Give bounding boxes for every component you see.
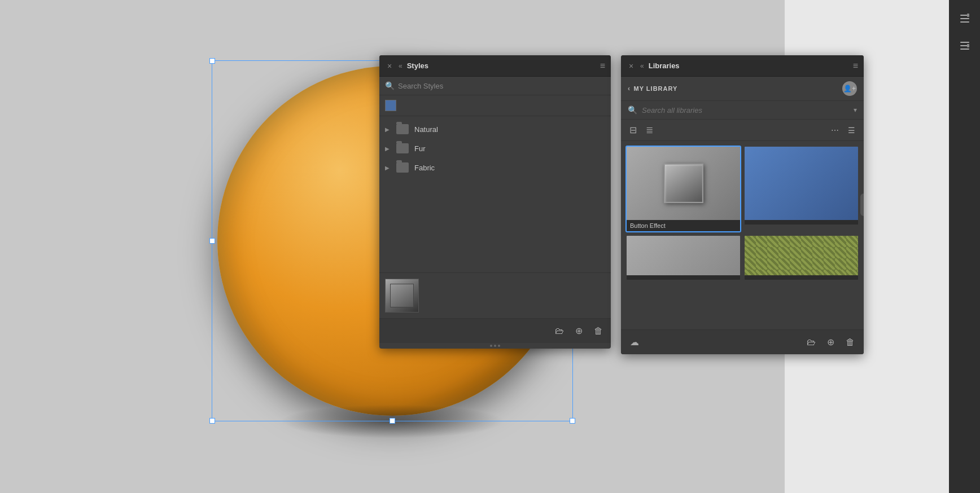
library-item-pattern[interactable] [743,235,859,281]
fabric-label: Fabric [414,164,435,172]
toolbar-icon-1-svg [959,13,970,24]
user-add-button[interactable]: 👤+ [842,81,857,96]
libraries-drag-handle[interactable] [860,193,864,216]
fabric-folder-icon [396,162,409,173]
my-library-label: MY LIBRARY [634,85,678,92]
style-item-fur[interactable]: ▶ Fur [379,139,611,158]
svg-rect-4 [960,42,969,43]
handle-bottom-left[interactable] [209,418,215,424]
styles-panel-title: Styles [407,61,428,70]
gray2-item-label [627,275,740,280]
button-effect-inner-thumb [664,164,703,203]
svg-rect-7 [967,44,969,47]
styles-search-bar: 🔍 [379,77,611,95]
pattern-item-label [745,275,858,280]
styles-close-button[interactable]: × [385,61,394,71]
libraries-panel: × « Libraries ≡ ‹ MY LIBRARY 👤+ 🔍 ▾ ⊟ ≣ … [621,55,864,354]
style-thumbnail[interactable] [385,279,419,312]
svg-rect-1 [960,18,969,19]
styles-menu-button[interactable]: ≡ [600,61,605,71]
libraries-close-button[interactable]: × [627,61,636,71]
toolbar-icon-1[interactable] [955,8,975,29]
libraries-panel-title: Libraries [649,61,680,70]
resize-dot-2 [494,345,496,347]
svg-rect-2 [960,21,969,23]
library-item-gray2[interactable] [625,235,741,281]
natural-chevron-icon: ▶ [385,126,390,133]
my-library-nav: ‹ MY LIBRARY 👤+ [621,77,864,101]
fur-label: Fur [414,144,426,153]
libraries-add-button[interactable]: ⊕ [825,334,837,350]
style-thumbnail-inner [390,284,414,307]
handle-bottom-right[interactable] [570,418,575,424]
fabric-chevron-icon: ▶ [385,165,390,171]
handle-top-left[interactable] [209,58,215,64]
libraries-cloud-button[interactable]: ☁ [628,334,641,350]
resize-dot-3 [498,345,500,347]
libraries-search-bar: 🔍 ▾ [621,101,864,120]
fur-chevron-icon: ▶ [385,146,390,152]
button-effect-thumbnail [627,147,740,220]
libraries-sort-button[interactable]: ≣ [644,123,655,137]
libraries-panel-header: × « Libraries ≡ [621,55,864,77]
styles-panel-header: × « Styles ≡ [379,55,611,77]
handle-middle-left[interactable] [209,238,215,244]
fur-folder-icon [396,143,409,153]
library-item-button-effect[interactable]: Button Effect [625,146,741,232]
circle-shadow [279,404,505,438]
libraries-delete-button[interactable]: 🗑 [843,335,857,350]
gray-thumbnail [627,236,740,275]
toolbar-icon-2[interactable] [955,36,975,56]
style-item-fabric[interactable]: ▶ Fabric [379,158,611,177]
styles-search-icon: 🔍 [385,81,395,90]
styles-swatch-area [379,95,611,116]
libraries-dotgrid-button[interactable]: ⋯ [829,124,841,137]
styles-color-swatch[interactable] [385,100,396,111]
styles-resize-handle[interactable] [379,343,611,349]
styles-delete-button[interactable]: 🗑 [592,324,605,338]
natural-folder-icon [396,124,409,134]
libraries-filter-button[interactable]: ⊟ [628,123,638,137]
my-library-nav-left: ‹ MY LIBRARY [628,85,677,93]
libraries-search-icon: 🔍 [628,105,637,115]
styles-header-left: × « Styles [385,61,428,71]
styles-bottom-area [379,272,611,318]
button-effect-label: Button Effect [627,220,740,231]
library-item-blue[interactable] [743,146,859,232]
user-icon: 👤+ [843,85,856,93]
styles-collapse-button[interactable]: « [399,62,403,70]
toolbar-icon-2-svg [959,40,970,51]
styles-list: ▶ Natural ▶ Fur ▶ Fabric [379,116,611,272]
libraries-panel-footer: ☁ 🗁 ⊕ 🗑 [621,329,864,354]
libraries-search-input[interactable] [642,106,849,115]
libraries-grid: Button Effect [621,141,864,329]
styles-search-input[interactable] [398,82,605,90]
libraries-menu-button[interactable]: ≡ [853,61,858,71]
style-item-natural[interactable]: ▶ Natural [379,120,611,139]
back-chevron-icon[interactable]: ‹ [628,85,631,93]
blue-item-label [745,220,858,225]
libraries-search-dropdown-icon[interactable]: ▾ [854,106,857,114]
blue-thumbnail [745,147,858,220]
right-toolbar [949,0,980,493]
libraries-collapse-button[interactable]: « [640,62,644,70]
pattern-thumbnail [745,236,858,275]
libraries-listview-button[interactable]: ☰ [846,124,857,137]
svg-rect-6 [960,49,969,50]
styles-add-button[interactable]: ⊕ [573,323,585,338]
libraries-toolbar: ⊟ ≣ ⋯ ☰ [621,120,864,141]
resize-dot-1 [490,345,492,347]
styles-folder-button[interactable]: 🗁 [553,324,566,338]
styles-panel-footer: 🗁 ⊕ 🗑 [379,318,611,343]
styles-panel: × « Styles ≡ 🔍 ▶ Natural ▶ Fur ▶ Fabric [379,55,611,349]
libraries-header-left: × « Libraries [627,61,680,71]
svg-rect-3 [967,14,969,17]
natural-label: Natural [414,125,438,134]
libraries-folder-button[interactable]: 🗁 [804,335,818,350]
